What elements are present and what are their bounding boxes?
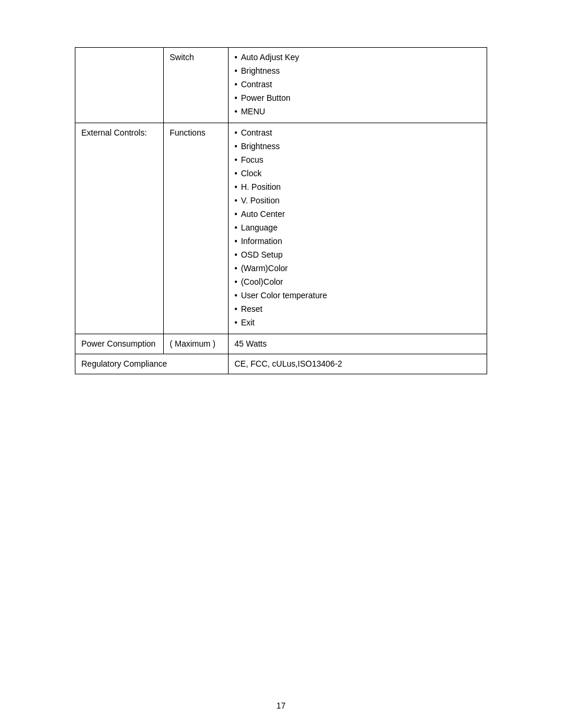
cell-label-regulatory: Regulatory Compliance	[75, 354, 229, 374]
list-item: H. Position	[234, 181, 481, 193]
list-item: Information	[234, 235, 481, 248]
specs-table: Switch Auto Adjust Key Brightness Contra…	[75, 47, 487, 374]
cell-type-power: ( Maximum )	[164, 334, 229, 354]
table-row: External Controls: Functions Contrast Br…	[75, 123, 487, 334]
switch-list: Auto Adjust Key Brightness Contrast Powe…	[234, 51, 481, 118]
list-item: Contrast	[234, 78, 481, 91]
list-item: Auto Center	[234, 208, 481, 220]
list-item: Exit	[234, 317, 481, 329]
list-item: V. Position	[234, 195, 481, 207]
list-item: Contrast	[234, 127, 481, 139]
table-row: Switch Auto Adjust Key Brightness Contra…	[75, 48, 487, 123]
list-item: MENU	[234, 106, 481, 118]
page-container: Switch Auto Adjust Key Brightness Contra…	[75, 47, 487, 374]
list-item: OSD Setup	[234, 249, 481, 261]
list-item: (Warm)Color	[234, 262, 481, 275]
cell-value-regulatory: CE, FCC, cULus,ISO13406-2	[229, 354, 487, 374]
cell-type-functions: Functions	[164, 123, 229, 334]
list-item: (Cool)Color	[234, 276, 481, 288]
table-row: Power Consumption ( Maximum ) 45 Watts	[75, 334, 487, 354]
page-number: 17	[276, 701, 286, 710]
list-item: Reset	[234, 303, 481, 315]
cell-type-switch: Switch	[164, 48, 229, 123]
list-item: Language	[234, 222, 481, 234]
cell-label-functions: External Controls:	[75, 123, 164, 334]
list-item: Brightness	[234, 65, 481, 77]
list-item: Focus	[234, 154, 481, 166]
cell-value-switch: Auto Adjust Key Brightness Contrast Powe…	[229, 48, 487, 123]
cell-label-switch	[75, 48, 164, 123]
list-item: User Color temperature	[234, 289, 481, 302]
list-item: Brightness	[234, 140, 481, 153]
page-footer: 17	[276, 677, 286, 728]
cell-value-functions: Contrast Brightness Focus Clock H. Posit…	[229, 123, 487, 334]
list-item: Power Button	[234, 92, 481, 104]
functions-list: Contrast Brightness Focus Clock H. Posit…	[234, 127, 481, 329]
list-item: Clock	[234, 167, 481, 180]
list-item: Auto Adjust Key	[234, 51, 481, 64]
cell-label-power: Power Consumption	[75, 334, 164, 354]
table-row: Regulatory Compliance CE, FCC, cULus,ISO…	[75, 354, 487, 374]
cell-value-power: 45 Watts	[229, 334, 487, 354]
